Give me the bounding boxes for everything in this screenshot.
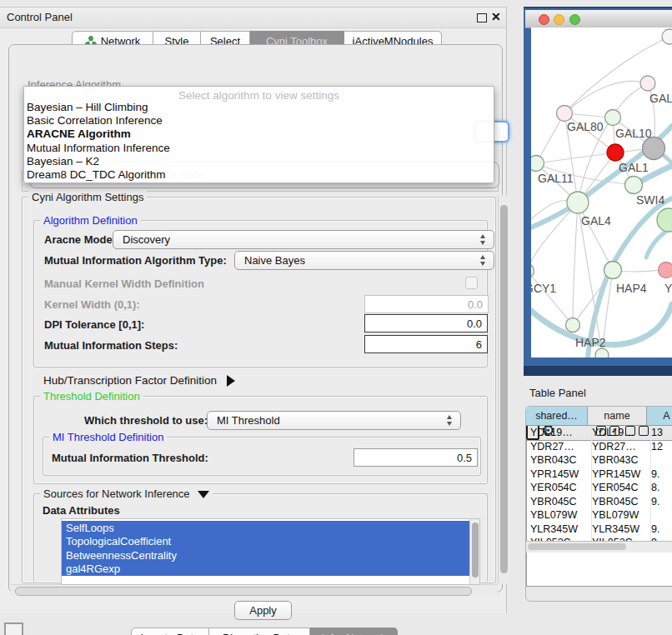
network-node-gcy1[interactable] [531, 264, 534, 278]
table-cell[interactable]: YDR27… [588, 440, 651, 453]
aracne-mode-combo[interactable]: Discovery [113, 230, 494, 249]
table-cell[interactable]: YBL079W [526, 508, 592, 522]
which-threshold-combo[interactable]: MI Threshold [207, 411, 461, 430]
table-row[interactable]: YER054CYER054C8. [526, 481, 672, 495]
algorithm-option[interactable]: Bayesian – K2 [27, 155, 485, 168]
network-node-gal11[interactable] [531, 156, 544, 172]
network-node-y[interactable] [659, 262, 672, 278]
algorithm-option[interactable]: Mutual Information Inference [27, 142, 485, 155]
table-cell[interactable]: YBL079W [588, 508, 651, 522]
table-cell[interactable]: 8. [647, 481, 672, 495]
table-row[interactable]: YPR145WYPR145W9. [526, 468, 672, 482]
which-threshold-label: Which threshold to use: [84, 414, 208, 427]
network-graph[interactable]: GALGAL80GAL10GAL1GAL11SWI4GAL4GCY1HAP4YH… [531, 28, 672, 358]
network-node[interactable] [643, 138, 665, 160]
close-traffic-light-icon[interactable] [539, 14, 549, 25]
algorithm-dropdown-placeholder: Select algorithm to view settings [24, 89, 494, 102]
network-node-hap4[interactable] [604, 262, 622, 279]
attribute-item-selected[interactable]: BetweennessCentrality [62, 548, 474, 562]
table-cell[interactable]: YBR045C [588, 495, 651, 509]
network-node-gal[interactable] [640, 76, 655, 91]
network-node-hap2[interactable] [566, 318, 580, 332]
table-cell[interactable]: YER054C [588, 481, 651, 495]
table-horizontal-scrollbar-thumb[interactable] [528, 543, 626, 550]
threshold-definition-title: Threshold Definition [40, 390, 143, 402]
table-cell[interactable]: YBR045C [526, 495, 592, 509]
zoom-traffic-light-icon[interactable] [569, 14, 580, 25]
network-node-label: GAL10 [615, 127, 652, 140]
horizontal-scrollbar[interactable] [11, 584, 498, 596]
control-panel-title: Control Panel [7, 11, 73, 23]
expanded-arrow-icon[interactable] [198, 491, 209, 498]
network-node-swi4[interactable] [625, 177, 643, 194]
algorithm-dropdown-popup: Select algorithm to view settings Bayesi… [23, 86, 494, 183]
data-attributes-list[interactable]: SelfLoops TopologicalCoefficient Between… [61, 518, 480, 585]
attribute-item-selected[interactable]: gal4RGexp [62, 562, 474, 577]
minimize-traffic-light-icon[interactable] [554, 14, 564, 25]
network-canvas[interactable]: GALGAL80GAL10GAL1GAL11SWI4GAL4GCY1HAP4YH… [531, 28, 672, 358]
hub-definition-toggle[interactable]: Hub/Transcription Factor Definition [43, 374, 235, 387]
mi-steps-label: Mutual Information Steps: [44, 339, 178, 352]
tab-infer-network[interactable]: Infer Network [310, 628, 398, 635]
attribute-item-selected[interactable]: TopologicalCoefficient [62, 535, 474, 549]
network-node[interactable] [657, 208, 672, 232]
tab-impute-data[interactable]: Impute Data [131, 628, 209, 635]
horizontal-scrollbar-thumb[interactable] [15, 587, 472, 596]
network-node-label: GAL11 [538, 172, 574, 185]
mi-steps-field[interactable]: 6 [364, 335, 488, 353]
attributes-scrollbar[interactable] [469, 519, 479, 584]
algorithm-definition-group: Algorithm Definition Aracne Mode: Discov… [33, 220, 488, 368]
table-cell[interactable]: YDR27… [526, 440, 592, 453]
docked-panel-icon[interactable] [4, 622, 23, 635]
algorithm-option[interactable]: Basic Correlation Inference [27, 114, 485, 128]
manual-kernel-width-checkbox[interactable] [465, 277, 478, 289]
table-cell[interactable]: 9. [647, 522, 672, 537]
close-icon[interactable]: ✕ [491, 10, 501, 23]
table-horizontal-scrollbar[interactable] [526, 541, 672, 552]
algorithm-option[interactable]: Bayesian – Hill Climbing [27, 101, 485, 114]
vertical-scrollbar-thumb[interactable] [500, 205, 508, 573]
table-cell[interactable]: YLR345W [526, 522, 592, 537]
network-node-gal1[interactable] [607, 144, 624, 161]
float-panel-icon[interactable] [477, 13, 487, 22]
table-cell[interactable]: YBR043C [526, 453, 592, 468]
table-panel: ⚙ ✓ ✓ shared… name A YDL19…YDL19…13YDR27… [525, 406, 672, 602]
attributes-scrollbar-thumb[interactable] [472, 522, 479, 578]
table-cell[interactable] [647, 508, 672, 522]
table-row[interactable]: YBR043CYBR043C [526, 453, 672, 468]
table-cell[interactable]: YLR345W [588, 522, 651, 537]
table-cell[interactable]: YPR145W [588, 468, 651, 482]
network-node[interactable] [595, 348, 609, 358]
algorithm-option-selected[interactable]: ARACNE Algorithm [27, 128, 485, 141]
kernel-width-field[interactable]: 0.0 [364, 295, 489, 313]
tab-discretize-data[interactable]: Discretize Data [209, 628, 310, 635]
table-cell[interactable]: 9. [647, 468, 672, 482]
network-window-titlebar[interactable] [525, 10, 672, 28]
algorithm-option[interactable]: Dream8 DC_TDC Algorithm [27, 168, 485, 182]
table-row[interactable]: YBR045CYBR045C9. [526, 495, 672, 509]
table-row[interactable]: YLR345WYLR345W9. [526, 522, 672, 537]
table-cell[interactable]: 9. [647, 495, 672, 509]
network-node-gal80[interactable] [557, 106, 573, 122]
table-row[interactable]: YDR27…YDR27…12 [526, 440, 672, 453]
algorithm-definition-title: Algorithm Definition [40, 214, 141, 227]
attribute-item-selected[interactable]: SelfLoops [62, 521, 474, 535]
network-node[interactable] [662, 29, 672, 44]
table-cell[interactable] [647, 453, 672, 468]
dpi-tolerance-field[interactable]: 0.0 [364, 314, 488, 332]
network-view-window[interactable]: GALGAL80GAL10GAL1GAL11SWI4GAL4GCY1HAP4YH… [524, 7, 672, 376]
table-cell[interactable]: 12 [647, 440, 672, 453]
table-cell[interactable]: YBR043C [588, 453, 651, 468]
table-cell[interactable]: YPR145W [526, 468, 592, 482]
network-node-gal4[interactable] [567, 192, 589, 213]
network-node-gal10[interactable] [605, 110, 621, 126]
apply-button[interactable]: Apply [234, 601, 292, 620]
table-cell[interactable]: YER054C [526, 481, 592, 495]
table-body: YDL19…YDL19…13YDR27…YDR27…12YBR043CYBR04… [526, 440, 672, 542]
mi-algorithm-type-combo[interactable]: Naive Bayes [234, 251, 494, 270]
table-row[interactable]: YBL079WYBL079W [526, 508, 672, 522]
mi-steps-value: 6 [476, 338, 482, 351]
cyni-bottom-tabbar: Impute Data Discretize Data Infer Networ… [131, 628, 398, 635]
mi-threshold-field[interactable]: 0.5 [354, 448, 478, 467]
vertical-scrollbar[interactable] [498, 195, 510, 584]
